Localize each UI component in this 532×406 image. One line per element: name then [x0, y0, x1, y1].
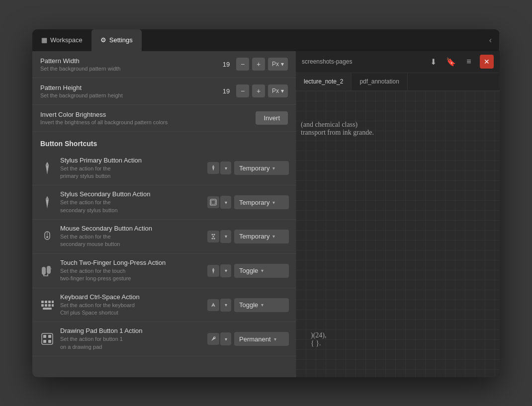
- chevron-down-icon: ▾: [274, 336, 276, 342]
- drawing-pad-btn1-icon-chevron-button[interactable]: ▾: [220, 332, 231, 345]
- svg-point-10: [213, 236, 214, 237]
- pattern-height-value: 19: [219, 87, 233, 95]
- download-icon[interactable]: ⬇: [426, 55, 440, 69]
- mouse-secondary-row: Mouse Secondary Button Action Set the ac…: [32, 220, 296, 254]
- stylus-secondary-icon: [39, 194, 55, 210]
- svg-point-0: [46, 164, 48, 166]
- keyboard-ctrl-space-action-dropdown[interactable]: Toggle ▾: [234, 298, 289, 312]
- pattern-width-value: 19: [219, 61, 233, 68]
- svg-rect-18: [48, 301, 51, 303]
- keyboard-ctrl-space-icon-pair: ▾: [207, 299, 231, 312]
- notebook-top-bar: screenshots-pages ⬇ 🔖 ≡ ✕: [296, 51, 500, 73]
- stylus-secondary-title: Stylus Secondary Button Action: [60, 190, 202, 198]
- svg-rect-19: [52, 301, 54, 303]
- tab-bar: ▦ Workspace ⚙ Settings ‹: [32, 29, 500, 51]
- svg-rect-16: [41, 301, 44, 303]
- notebook-panel: screenshots-pages ⬇ 🔖 ≡ ✕ lecture_note_2…: [296, 51, 500, 377]
- bookmark-icon[interactable]: 🔖: [444, 55, 458, 69]
- pattern-width-title: Pattern Width: [40, 57, 219, 65]
- tab-settings[interactable]: ⚙ Settings: [91, 29, 142, 51]
- stylus-primary-controls: ▾ Temporary ▾: [207, 161, 289, 175]
- close-button[interactable]: ✕: [480, 55, 494, 69]
- stylus-primary-action-dropdown[interactable]: Temporary ▾: [234, 161, 289, 175]
- stylus-primary-info: Stylus Primary Button Action Set the act…: [60, 157, 202, 180]
- stylus-primary-icon-chevron-button[interactable]: ▾: [220, 162, 231, 174]
- svg-point-1: [213, 166, 214, 168]
- svg-point-15: [213, 269, 214, 270]
- pattern-width-increase-button[interactable]: +: [252, 58, 265, 71]
- keyboard-ctrl-space-row: Keyboard Ctrl-Space Action Set the actio…: [32, 288, 296, 323]
- svg-point-11: [212, 238, 213, 239]
- stylus-secondary-icon-pair: ▾: [207, 196, 231, 209]
- stylus-primary-desc: Set the action for the primary stylus bu…: [60, 165, 202, 180]
- keyboard-ctrl-space-title: Keyboard Ctrl-Space Action: [60, 293, 202, 301]
- tab-workspace[interactable]: ▦ Workspace: [32, 29, 91, 51]
- handwriting-text-1: (and chemical class) transport from ink …: [301, 121, 374, 137]
- svg-rect-24: [43, 308, 52, 310]
- invert-color-info: Invert Color Brightness Invert the brigh…: [40, 111, 256, 125]
- touch-two-finger-icon: [39, 263, 55, 279]
- chevron-down-icon: ▾: [261, 302, 264, 308]
- mouse-secondary-action-icon: [207, 231, 219, 243]
- stylus-secondary-info: Stylus Secondary Button Action Set the a…: [60, 190, 202, 214]
- keyboard-ctrl-space-desc: Set the action for the keyboard Ctrl plu…: [60, 302, 202, 317]
- touch-two-finger-action-icon: [207, 265, 219, 277]
- chevron-down-icon: ▾: [281, 61, 284, 68]
- mouse-secondary-action-dropdown[interactable]: Temporary ▾: [234, 230, 289, 244]
- keyboard-ctrl-space-info: Keyboard Ctrl-Space Action Set the actio…: [60, 293, 202, 317]
- chevron-down-icon: ▾: [272, 165, 275, 171]
- pattern-height-desc: Set the background pattern height: [40, 92, 219, 98]
- mouse-secondary-icon-chevron-button[interactable]: ▾: [220, 230, 231, 243]
- stylus-secondary-icon-chevron-button[interactable]: ▾: [220, 196, 231, 209]
- pattern-height-decrease-button[interactable]: −: [236, 84, 249, 97]
- notebook-tabs: lecture_note_2 pdf_annotation: [296, 73, 500, 91]
- invert-color-row: Invert Color Brightness Invert the brigh…: [32, 105, 296, 132]
- drawing-pad-btn1-title: Drawing Pad Button 1 Action: [60, 327, 202, 334]
- invert-color-button[interactable]: Invert: [256, 111, 288, 125]
- pattern-width-desc: Set the background pattern width: [40, 66, 219, 72]
- invert-color-desc: Invert the brightness of all background …: [40, 119, 256, 125]
- drawing-pad-btn1-icon-pair: ▾: [207, 332, 231, 345]
- pattern-width-unit-button[interactable]: Px ▾: [268, 58, 288, 71]
- touch-two-finger-icon-chevron-button[interactable]: ▾: [220, 264, 231, 277]
- stylus-secondary-action-dropdown[interactable]: Temporary ▾: [234, 195, 289, 209]
- svg-point-7: [46, 236, 48, 238]
- tab-workspace-label: Workspace: [50, 36, 83, 44]
- drawing-pad-btn1-action-label: Permanent: [239, 335, 271, 343]
- main-area: Pattern Width Set the background pattern…: [32, 51, 500, 377]
- pattern-width-decrease-button[interactable]: −: [236, 58, 249, 71]
- collapse-panel-button[interactable]: ‹: [482, 29, 500, 51]
- pattern-width-controls: 19 − + Px ▾: [219, 58, 288, 71]
- pattern-height-unit-label: Px: [272, 87, 279, 94]
- invert-color-title: Invert Color Brightness: [40, 111, 256, 118]
- mouse-secondary-icon-pair: ▾: [207, 230, 231, 243]
- menu-icon[interactable]: ≡: [462, 55, 476, 69]
- drawing-pad-btn1-action-dropdown[interactable]: Permanent ▾: [234, 332, 289, 346]
- pattern-height-unit-button[interactable]: Px ▾: [268, 84, 288, 97]
- svg-point-12: [214, 238, 215, 239]
- svg-point-9: [214, 234, 215, 235]
- pattern-height-increase-button[interactable]: +: [252, 84, 265, 97]
- pattern-width-info: Pattern Width Set the background pattern…: [40, 57, 219, 72]
- chevron-left-icon: ‹: [489, 36, 492, 45]
- touch-two-finger-info: Touch Two-Finger Long-Press Action Set t…: [60, 259, 202, 283]
- svg-rect-13: [42, 267, 46, 275]
- keyboard-ctrl-space-action-label: Toggle: [239, 301, 258, 309]
- pattern-height-info: Pattern Height Set the background patter…: [40, 84, 219, 98]
- touch-two-finger-action-dropdown[interactable]: Toggle ▾: [234, 264, 289, 278]
- stylus-primary-action-label: Temporary: [239, 164, 269, 172]
- mouse-secondary-controls: ▾ Temporary ▾: [207, 230, 289, 244]
- svg-rect-2: [46, 198, 49, 200]
- notebook-content: (and chemical class) transport from ink …: [296, 91, 500, 377]
- notebook-tab-lecture[interactable]: lecture_note_2: [296, 73, 352, 90]
- handwriting-text-2: )(24), { }.: [311, 331, 327, 347]
- keyboard-ctrl-space-icon-chevron-button[interactable]: ▾: [220, 299, 231, 312]
- settings-icon: ⚙: [100, 36, 106, 44]
- pattern-width-unit-label: Px: [272, 61, 279, 68]
- svg-rect-29: [43, 340, 46, 343]
- notebook-tab-pdf[interactable]: pdf_annotation: [352, 73, 407, 90]
- touch-two-finger-desc: Set the action for the touch two-finger …: [60, 267, 202, 283]
- svg-rect-23: [52, 304, 54, 307]
- stylus-primary-title: Stylus Primary Button Action: [60, 157, 202, 164]
- stylus-primary-icon: [39, 160, 55, 176]
